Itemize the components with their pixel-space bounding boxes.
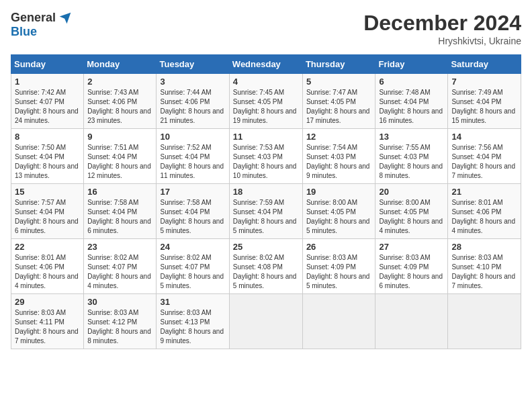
- day-number: 6: [379, 77, 444, 87]
- logo-general-text: General: [11, 11, 56, 25]
- day-detail: Sunrise: 7:59 AMSunset: 4:04 PMDaylight:…: [233, 198, 299, 236]
- table-row: 23Sunrise: 8:02 AMSunset: 4:07 PMDayligh…: [84, 239, 157, 294]
- day-detail: Sunrise: 8:03 AMSunset: 4:09 PMDaylight:…: [306, 253, 372, 291]
- table-row: 7Sunrise: 7:49 AMSunset: 4:04 PMDaylight…: [448, 74, 521, 129]
- table-row: 16Sunrise: 7:58 AMSunset: 4:04 PMDayligh…: [84, 184, 157, 239]
- day-number: 31: [160, 297, 225, 307]
- table-row: [229, 294, 302, 349]
- table-row: 18Sunrise: 7:59 AMSunset: 4:04 PMDayligh…: [229, 184, 302, 239]
- table-row: 21Sunrise: 8:01 AMSunset: 4:06 PMDayligh…: [448, 184, 521, 239]
- table-row: 27Sunrise: 8:03 AMSunset: 4:09 PMDayligh…: [375, 239, 448, 294]
- day-number: 3: [160, 77, 225, 87]
- day-detail: Sunrise: 8:02 AMSunset: 4:08 PMDaylight:…: [233, 253, 299, 291]
- day-number: 12: [306, 132, 372, 142]
- day-number: 13: [379, 132, 444, 142]
- table-row: 6Sunrise: 7:48 AMSunset: 4:04 PMDaylight…: [375, 74, 448, 129]
- day-detail: Sunrise: 8:02 AMSunset: 4:07 PMDaylight:…: [160, 253, 225, 291]
- logo-bird-icon: [58, 11, 72, 25]
- table-row: 25Sunrise: 8:02 AMSunset: 4:08 PMDayligh…: [229, 239, 302, 294]
- col-tuesday: Tuesday: [157, 55, 229, 74]
- day-number: 30: [87, 297, 152, 307]
- table-row: 22Sunrise: 8:01 AMSunset: 4:06 PMDayligh…: [11, 239, 84, 294]
- day-detail: Sunrise: 8:03 AMSunset: 4:09 PMDaylight:…: [379, 253, 444, 291]
- calendar-header-row: Sunday Monday Tuesday Wednesday Thursday…: [11, 55, 521, 74]
- col-saturday: Saturday: [448, 55, 521, 74]
- col-friday: Friday: [375, 55, 448, 74]
- day-number: 2: [87, 77, 152, 87]
- day-number: 18: [233, 187, 299, 197]
- table-row: 30Sunrise: 8:03 AMSunset: 4:12 PMDayligh…: [84, 294, 157, 349]
- title-block: December 2024 Hryshkivtsi, Ukraine: [363, 11, 521, 46]
- month-title: December 2024: [363, 11, 521, 36]
- day-detail: Sunrise: 7:48 AMSunset: 4:04 PMDaylight:…: [379, 88, 444, 126]
- day-detail: Sunrise: 8:03 AMSunset: 4:13 PMDaylight:…: [160, 308, 225, 346]
- day-number: 9: [87, 132, 152, 142]
- day-detail: Sunrise: 7:55 AMSunset: 4:03 PMDaylight:…: [379, 143, 444, 181]
- day-number: 20: [379, 187, 444, 197]
- table-row: 3Sunrise: 7:44 AMSunset: 4:06 PMDaylight…: [157, 74, 229, 129]
- table-row: [448, 294, 521, 349]
- day-detail: Sunrise: 7:43 AMSunset: 4:06 PMDaylight:…: [87, 88, 152, 126]
- table-row: 5Sunrise: 7:47 AMSunset: 4:05 PMDaylight…: [302, 74, 375, 129]
- day-detail: Sunrise: 8:03 AMSunset: 4:12 PMDaylight:…: [87, 308, 152, 346]
- col-thursday: Thursday: [302, 55, 375, 74]
- day-number: 14: [451, 132, 517, 142]
- day-detail: Sunrise: 7:51 AMSunset: 4:04 PMDaylight:…: [87, 143, 152, 181]
- day-number: 16: [87, 187, 152, 197]
- table-row: 4Sunrise: 7:45 AMSunset: 4:05 PMDaylight…: [229, 74, 302, 129]
- table-row: 24Sunrise: 8:02 AMSunset: 4:07 PMDayligh…: [157, 239, 229, 294]
- col-wednesday: Wednesday: [229, 55, 302, 74]
- calendar-week-row: 15Sunrise: 7:57 AMSunset: 4:04 PMDayligh…: [11, 184, 521, 239]
- day-number: 29: [15, 297, 80, 307]
- table-row: 10Sunrise: 7:52 AMSunset: 4:04 PMDayligh…: [157, 129, 229, 184]
- calendar-table: Sunday Monday Tuesday Wednesday Thursday…: [11, 54, 521, 349]
- day-number: 10: [160, 132, 225, 142]
- table-row: 2Sunrise: 7:43 AMSunset: 4:06 PMDaylight…: [84, 74, 157, 129]
- table-row: 17Sunrise: 7:58 AMSunset: 4:04 PMDayligh…: [157, 184, 229, 239]
- day-detail: Sunrise: 8:01 AMSunset: 4:06 PMDaylight:…: [15, 253, 80, 291]
- table-row: 14Sunrise: 7:56 AMSunset: 4:04 PMDayligh…: [448, 129, 521, 184]
- table-row: 1Sunrise: 7:42 AMSunset: 4:07 PMDaylight…: [11, 74, 84, 129]
- day-detail: Sunrise: 7:50 AMSunset: 4:04 PMDaylight:…: [15, 143, 80, 181]
- calendar-week-row: 29Sunrise: 8:03 AMSunset: 4:11 PMDayligh…: [11, 294, 521, 349]
- table-row: [375, 294, 448, 349]
- day-number: 19: [306, 187, 372, 197]
- table-row: [302, 294, 375, 349]
- calendar-week-row: 8Sunrise: 7:50 AMSunset: 4:04 PMDaylight…: [11, 129, 521, 184]
- day-detail: Sunrise: 7:58 AMSunset: 4:04 PMDaylight:…: [87, 198, 152, 236]
- logo: General Blue: [11, 11, 72, 39]
- day-number: 7: [451, 77, 517, 87]
- day-detail: Sunrise: 7:58 AMSunset: 4:04 PMDaylight:…: [160, 198, 225, 236]
- table-row: 12Sunrise: 7:54 AMSunset: 4:03 PMDayligh…: [302, 129, 375, 184]
- day-number: 27: [379, 242, 444, 252]
- day-number: 24: [160, 242, 225, 252]
- table-row: 26Sunrise: 8:03 AMSunset: 4:09 PMDayligh…: [302, 239, 375, 294]
- day-number: 5: [306, 77, 372, 87]
- day-detail: Sunrise: 7:54 AMSunset: 4:03 PMDaylight:…: [306, 143, 372, 181]
- day-number: 22: [15, 242, 80, 252]
- table-row: 20Sunrise: 8:00 AMSunset: 4:05 PMDayligh…: [375, 184, 448, 239]
- table-row: 15Sunrise: 7:57 AMSunset: 4:04 PMDayligh…: [11, 184, 84, 239]
- logo-blue-text: Blue: [11, 25, 37, 39]
- day-detail: Sunrise: 7:53 AMSunset: 4:03 PMDaylight:…: [233, 143, 299, 181]
- day-number: 28: [451, 242, 517, 252]
- table-row: 8Sunrise: 7:50 AMSunset: 4:04 PMDaylight…: [11, 129, 84, 184]
- day-detail: Sunrise: 7:42 AMSunset: 4:07 PMDaylight:…: [15, 88, 80, 126]
- col-monday: Monday: [84, 55, 157, 74]
- day-number: 4: [233, 77, 299, 87]
- day-detail: Sunrise: 8:00 AMSunset: 4:05 PMDaylight:…: [306, 198, 372, 236]
- day-number: 11: [233, 132, 299, 142]
- table-row: 13Sunrise: 7:55 AMSunset: 4:03 PMDayligh…: [375, 129, 448, 184]
- day-number: 1: [15, 77, 80, 87]
- day-detail: Sunrise: 7:52 AMSunset: 4:04 PMDaylight:…: [160, 143, 225, 181]
- table-row: 28Sunrise: 8:03 AMSunset: 4:10 PMDayligh…: [448, 239, 521, 294]
- table-row: 9Sunrise: 7:51 AMSunset: 4:04 PMDaylight…: [84, 129, 157, 184]
- table-row: 11Sunrise: 7:53 AMSunset: 4:03 PMDayligh…: [229, 129, 302, 184]
- day-number: 17: [160, 187, 225, 197]
- col-sunday: Sunday: [11, 55, 84, 74]
- day-detail: Sunrise: 7:47 AMSunset: 4:05 PMDaylight:…: [306, 88, 372, 126]
- table-row: 31Sunrise: 8:03 AMSunset: 4:13 PMDayligh…: [157, 294, 229, 349]
- day-detail: Sunrise: 7:45 AMSunset: 4:05 PMDaylight:…: [233, 88, 299, 126]
- page-header: General Blue December 2024 Hryshkivtsi, …: [11, 11, 521, 46]
- day-number: 21: [451, 187, 517, 197]
